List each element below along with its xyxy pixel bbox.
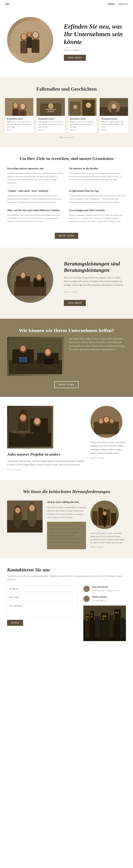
principle-1-title: Die Antwort ist die dieselbe. bbox=[69, 167, 126, 170]
contact-address-line: 3730 S. State St. Chicago, IL, USA bbox=[92, 589, 120, 592]
contact-email-input[interactable] bbox=[7, 594, 78, 600]
contact-form: SENDE bbox=[7, 586, 78, 641]
contact-image-svg bbox=[84, 606, 126, 641]
principle-4-title: Alles, was Ihr tun, muss einen Mehrwert … bbox=[7, 209, 64, 212]
case-card-1-img bbox=[36, 98, 65, 116]
help-content: Wir können Ihnen zeigen wie es ist, in d… bbox=[7, 337, 126, 376]
case-card-0-more[interactable]: MORE bbox=[7, 129, 32, 131]
navbar: logo Home About Us bbox=[0, 0, 133, 8]
project-image-left-svg bbox=[9, 408, 52, 447]
contact-name-input[interactable] bbox=[7, 586, 78, 592]
svg-point-47 bbox=[45, 349, 51, 355]
contact-submit-button[interactable]: SENDE bbox=[7, 620, 23, 626]
challenge-box-text: Judem nam longa Laudantiumnähen eifringe… bbox=[49, 524, 84, 547]
contact-message-input[interactable] bbox=[7, 603, 78, 617]
principle-2-title: "Globus" sollte nicht "Jetzt" bedeuten bbox=[7, 190, 64, 192]
principle-3-title: Es gibt keinen Platz für Ego bbox=[69, 190, 126, 192]
svg-point-6 bbox=[33, 32, 38, 38]
principle-1-text: Unternehmen fragen uns häufig, ob wir ih… bbox=[69, 172, 126, 181]
svg-rect-89 bbox=[109, 615, 113, 638]
project-image-left bbox=[7, 406, 53, 448]
svg-point-45 bbox=[21, 346, 26, 351]
principle-4-text: Jede Maßnahme, jede Investition und jede… bbox=[7, 214, 64, 223]
svg-rect-92 bbox=[86, 616, 87, 618]
consulting-heading: Beratungsleistungen sind Beratungsleistu… bbox=[64, 260, 126, 273]
consulting-people-svg bbox=[11, 260, 49, 299]
svg-rect-100 bbox=[115, 612, 117, 614]
svg-point-3 bbox=[22, 34, 26, 40]
svg-rect-77 bbox=[92, 511, 98, 525]
principle-5: Erwartungen und Ziele verstehen Bevor wi… bbox=[69, 209, 126, 223]
svg-rect-94 bbox=[86, 619, 87, 620]
case-card-1-more[interactable]: MORE bbox=[38, 129, 63, 131]
svg-rect-91 bbox=[121, 618, 125, 638]
challenge-image-svg bbox=[7, 500, 42, 532]
contact-phone-text: Telefon Nummer +12 3 457 890 17 bbox=[92, 596, 107, 602]
challenge-right-block: Lorem ipsum dolor sit amet, consectetur … bbox=[91, 500, 126, 548]
principle-3: Es gibt keinen Platz für Ego Erfolg ents… bbox=[69, 190, 126, 204]
help-section: Wie können wir Ihrem Unternehmen helfen? bbox=[0, 319, 133, 397]
svg-point-65 bbox=[104, 417, 109, 422]
case-card-0-svg bbox=[5, 98, 33, 116]
case-card-3-text: Tempus ac dignit. Click to add your own … bbox=[101, 121, 126, 128]
contact-address-title: Unser Betriebsort bbox=[92, 586, 120, 588]
principles-grid: Ratschläge müssen umsetzbar sein Empfehl… bbox=[7, 167, 126, 223]
principle-0-title: Ratschläge müssen umsetzbar sein bbox=[7, 167, 64, 170]
svg-rect-98 bbox=[105, 615, 106, 617]
location-icon: 📍 bbox=[84, 586, 90, 592]
case-card-2-more[interactable]: MORE bbox=[70, 129, 95, 131]
principle-1: Die Antwort ist die dieselbe. Unternehme… bbox=[69, 167, 126, 184]
contact-address-text: Unser Betriebsort 3730 S. State St. Chic… bbox=[92, 586, 120, 592]
svg-rect-21 bbox=[47, 111, 54, 112]
case-card-0: Beispielüberschrift Kurzer Text: Click t… bbox=[5, 98, 33, 133]
principle-5-title: Erwartungen und Ziele verstehen bbox=[69, 209, 126, 212]
principle-5-text: Bevor wir beginnen, nehmen wir uns die Z… bbox=[69, 214, 126, 223]
consulting-cta-button[interactable]: LERN MEHR bbox=[64, 300, 86, 306]
project-left: Jedes unserer Projekte ist anders Lorem … bbox=[7, 406, 85, 471]
help-body: Wir können Ihnen zeigen wie es ist, in d… bbox=[69, 337, 126, 351]
consulting-image bbox=[7, 256, 53, 303]
nav-home[interactable]: Home bbox=[108, 3, 114, 5]
svg-point-13 bbox=[13, 103, 18, 108]
svg-rect-8 bbox=[27, 37, 32, 48]
case-card-2-svg bbox=[68, 98, 97, 116]
case-card-0-img bbox=[5, 98, 33, 116]
svg-point-67 bbox=[110, 418, 114, 423]
svg-rect-80 bbox=[111, 513, 116, 525]
nav-about[interactable]: About Us bbox=[118, 3, 128, 5]
help-heading: Wie können wir Ihrem Unternehmen helfen? bbox=[7, 328, 126, 333]
case-card-2-title: Beispielüberschrift bbox=[70, 118, 95, 120]
principle-2: "Globus" sollte nicht "Jetzt" bedeuten I… bbox=[7, 190, 64, 204]
case-card-3-more[interactable]: MORE bbox=[101, 129, 126, 131]
consulting-sub: Bild von Freepik bbox=[64, 290, 126, 294]
svg-rect-95 bbox=[91, 614, 92, 615]
help-image bbox=[7, 337, 64, 376]
hero-cta-button[interactable]: LERN MEHR bbox=[64, 55, 86, 61]
principles-section: Um Ihre Ziele zu erreichen, sind unsere … bbox=[0, 147, 133, 248]
case-studies-sub: Bild von Freepik bbox=[7, 136, 126, 138]
principle-0-text: Empfehlungen ohne Actionplan sind wertlo… bbox=[7, 172, 64, 184]
case-card-2-text: Semper et erat. Click to add your own co… bbox=[70, 121, 95, 128]
svg-point-39 bbox=[37, 274, 41, 280]
principles-btn-wrap: MEHR LESEN bbox=[7, 228, 126, 239]
svg-rect-97 bbox=[102, 615, 104, 617]
help-text: Wir können Ihnen zeigen wie es ist, in d… bbox=[69, 337, 126, 376]
project-image-right-svg bbox=[91, 406, 122, 438]
contact-phone-block: 📞 Telefon Nummer +12 3 457 890 17 bbox=[84, 596, 126, 602]
project-image-right bbox=[91, 406, 122, 438]
help-cta-button[interactable]: MEHR LESEN bbox=[55, 381, 78, 388]
challenge-title: click to start editing the text bbox=[47, 500, 86, 503]
challenges-row: click to start editing the text Duis aut… bbox=[7, 500, 126, 549]
principles-cta-button[interactable]: MEHR LESEN bbox=[55, 233, 78, 239]
consulting-body: Duis aute irure dolor in reprehenderit i… bbox=[64, 276, 126, 287]
contact-image bbox=[84, 606, 126, 641]
case-card-2: Beispielüberschrift Semper et erat. Clic… bbox=[68, 98, 97, 133]
case-studies-section: Fallstudien und Geschichten Bei bbox=[0, 77, 133, 147]
case-card-1-title: Beispielüberschrift bbox=[38, 118, 63, 120]
contact-heading: Kontaktieren Sie uns bbox=[7, 567, 126, 573]
consulting-text: Beratungsleistungen sind Beratungsleistu… bbox=[64, 260, 126, 306]
logo: logo bbox=[5, 2, 9, 5]
svg-point-55 bbox=[20, 414, 26, 421]
hero-section: Erfinden Sie neu, was Ihr Unternehmen se… bbox=[0, 8, 133, 77]
svg-rect-93 bbox=[88, 616, 89, 618]
